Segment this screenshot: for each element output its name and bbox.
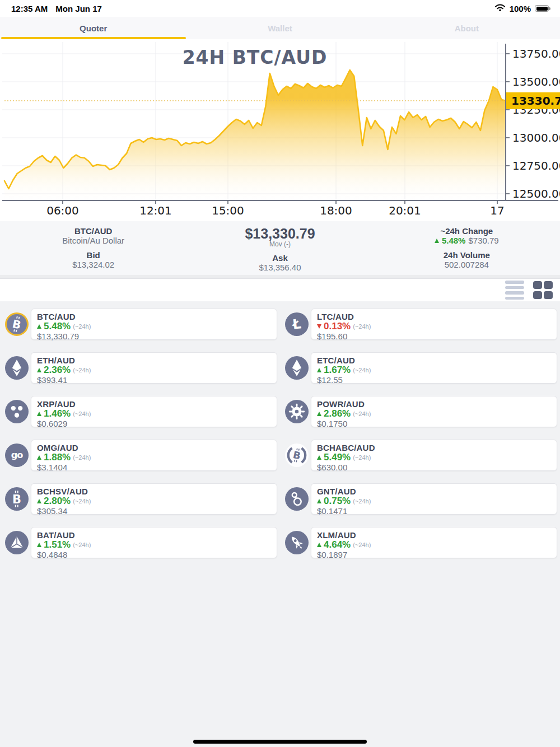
- pair-change-window: (~24h): [353, 367, 371, 374]
- tab-about[interactable]: About: [374, 17, 560, 39]
- pair-card-omg-aud[interactable]: OMG/AUD1.88%(~24h)$3.1404: [31, 440, 277, 471]
- etc-icon: [285, 356, 309, 380]
- pair-cell: BBCHSV/AUD2.80%(~24h)$305.34: [0, 483, 280, 527]
- pair-card-xlm-aud[interactable]: XLM/AUD4.64%(~24h)$0.1897: [311, 527, 557, 558]
- price-chart[interactable]: 06:0012:0115:0018:0020:011713750.0013500…: [0, 39, 560, 221]
- pair-symbol: ETC/AUD: [317, 356, 552, 365]
- summary-mov: Mov (-): [186, 241, 373, 248]
- pair-change: 1.67%(~24h): [317, 365, 552, 375]
- list-view-icon[interactable]: [503, 279, 526, 301]
- pair-change: 5.48%(~24h): [37, 321, 272, 332]
- pair-price: $0.1750: [317, 419, 552, 428]
- pair-price: $12.55: [317, 375, 552, 385]
- up-arrow-icon: [317, 455, 321, 460]
- x-axis-label: 12:01: [139, 204, 172, 217]
- pair-change-window: (~24h): [353, 410, 371, 417]
- summary-change: 5.48%$730.79: [374, 236, 560, 245]
- pair-change-percent: 5.48%: [44, 321, 71, 332]
- svg-text:Ł: Ł: [291, 316, 302, 333]
- bid-value: $13,324.02: [0, 260, 186, 269]
- pair-cell: XRP/AUD1.46%(~24h)$0.6029: [0, 396, 280, 440]
- pair-card-powr-aud[interactable]: POWR/AUD2.86%(~24h)$0.1750: [311, 396, 557, 427]
- pair-card-bchabc-aud[interactable]: BCHABC/AUD5.49%(~24h)$630.00: [311, 440, 557, 471]
- pair-change-percent: 1.51%: [44, 539, 71, 550]
- pair-change: 0.13%(~24h): [317, 321, 552, 332]
- pair-symbol: XRP/AUD: [37, 400, 272, 409]
- status-bar: 12:35 AM Mon Jun 17 100%: [0, 0, 560, 17]
- view-toggle-toolbar: [0, 279, 560, 301]
- change-title: ~24h Change: [374, 226, 560, 236]
- pair-card-bat-aud[interactable]: BAT/AUD1.51%(~24h)$0.4848: [31, 527, 277, 558]
- ltc-icon: Ł: [285, 312, 309, 336]
- pair-cell: goOMG/AUD1.88%(~24h)$3.1404: [0, 440, 280, 483]
- xlm-icon: [285, 531, 309, 554]
- pair-card-btc-aud[interactable]: BTC/AUD5.48%(~24h)$13,330.79: [31, 309, 277, 340]
- summary-change-column: ~24h Change 5.48%$730.79 24h Volume 502.…: [374, 221, 560, 276]
- pairs-row: XRP/AUD1.46%(~24h)$0.6029POWR/AUD2.86%(~…: [0, 396, 560, 440]
- pair-cell: BBCHABC/AUD5.49%(~24h)$630.00: [280, 440, 560, 483]
- pair-card-gnt-aud[interactable]: GNT/AUD0.75%(~24h)$0.1471: [311, 483, 557, 515]
- pair-symbol: OMG/AUD: [37, 443, 272, 452]
- pair-price: $305.34: [37, 506, 272, 516]
- y-axis-label: 13000.00: [512, 131, 560, 144]
- up-arrow-icon: [37, 368, 41, 372]
- pair-symbol: BTC/AUD: [37, 312, 272, 321]
- up-arrow-icon: [317, 368, 321, 372]
- pair-card-bchsv-aud[interactable]: BCHSV/AUD2.80%(~24h)$305.34: [31, 483, 277, 515]
- pair-change-window: (~24h): [353, 541, 371, 548]
- pair-cell: BBTC/AUD5.48%(~24h)$13,330.79: [0, 309, 280, 352]
- pair-change: 5.49%(~24h): [317, 452, 552, 463]
- pair-symbol: BCHSV/AUD: [37, 487, 272, 496]
- pair-change: 1.51%(~24h): [37, 540, 272, 550]
- pair-price: $3.1404: [37, 463, 272, 472]
- down-arrow-icon: [317, 324, 321, 329]
- svg-text:go: go: [11, 450, 24, 460]
- volume-label: 24h Volume: [374, 250, 560, 260]
- home-indicator[interactable]: [193, 740, 367, 744]
- tab-quoter[interactable]: Quoter: [0, 17, 186, 39]
- powr-icon: [285, 400, 309, 423]
- pair-card-xrp-aud[interactable]: XRP/AUD1.46%(~24h)$0.6029: [31, 396, 277, 427]
- y-axis-label: 12500.00: [512, 187, 560, 200]
- pair-change-window: (~24h): [353, 454, 371, 461]
- ask-label: Ask: [186, 253, 373, 263]
- btc-icon: B: [5, 312, 29, 336]
- pair-card-eth-aud[interactable]: ETH/AUD2.36%(~24h)$393.41: [31, 352, 277, 384]
- pair-cell: BAT/AUD1.51%(~24h)$0.4848: [0, 527, 280, 571]
- pairs-row: BBTC/AUD5.48%(~24h)$13,330.79ŁLTC/AUD0.1…: [0, 309, 560, 352]
- pair-symbol: LTC/AUD: [317, 312, 552, 321]
- svg-text:B: B: [11, 318, 22, 332]
- grid-view-icon[interactable]: [531, 279, 555, 301]
- y-axis-label: 12750.00: [512, 159, 560, 172]
- summary-pair: BTC/AUD: [0, 226, 186, 236]
- up-arrow-icon: [317, 543, 321, 547]
- wifi-icon: [494, 3, 506, 13]
- status-date: Mon Jun 17: [55, 4, 102, 13]
- pair-price: $0.1471: [317, 506, 552, 516]
- x-axis-label: 06:00: [46, 204, 79, 217]
- pair-change-percent: 2.80%: [44, 496, 71, 507]
- bchabc-icon: B: [285, 443, 309, 467]
- pair-change: 2.36%(~24h): [37, 365, 272, 375]
- bid-label: Bid: [0, 250, 186, 260]
- pair-price: $13,330.79: [37, 332, 272, 341]
- pair-cell: ETH/AUD2.36%(~24h)$393.41: [0, 352, 280, 396]
- status-time: 12:35 AM: [11, 4, 48, 13]
- volume-value: 502.007284: [374, 260, 560, 269]
- pair-card-ltc-aud[interactable]: LTC/AUD0.13%(~24h)$195.60: [311, 309, 557, 340]
- chart-title: 24H BTC/AUD: [183, 46, 328, 68]
- pair-cell: ETC/AUD1.67%(~24h)$12.55: [280, 352, 560, 396]
- pair-price: $393.41: [37, 375, 272, 385]
- summary-price: $13,330.79: [186, 226, 373, 241]
- gnt-icon: [285, 487, 309, 511]
- pair-change: 2.86%(~24h): [317, 409, 552, 419]
- up-arrow-icon: [37, 455, 41, 460]
- up-arrow-icon: [37, 412, 41, 416]
- pair-card-etc-aud[interactable]: ETC/AUD1.67%(~24h)$12.55: [311, 352, 557, 384]
- pair-change-percent: 2.86%: [324, 408, 351, 419]
- tab-wallet[interactable]: Wallet: [186, 17, 373, 39]
- summary-pair-name: Bitcoin/Au Dollar: [0, 236, 186, 245]
- up-arrow-icon: [435, 239, 439, 243]
- pair-change-window: (~24h): [73, 498, 91, 505]
- pair-symbol: BCHABC/AUD: [317, 443, 552, 452]
